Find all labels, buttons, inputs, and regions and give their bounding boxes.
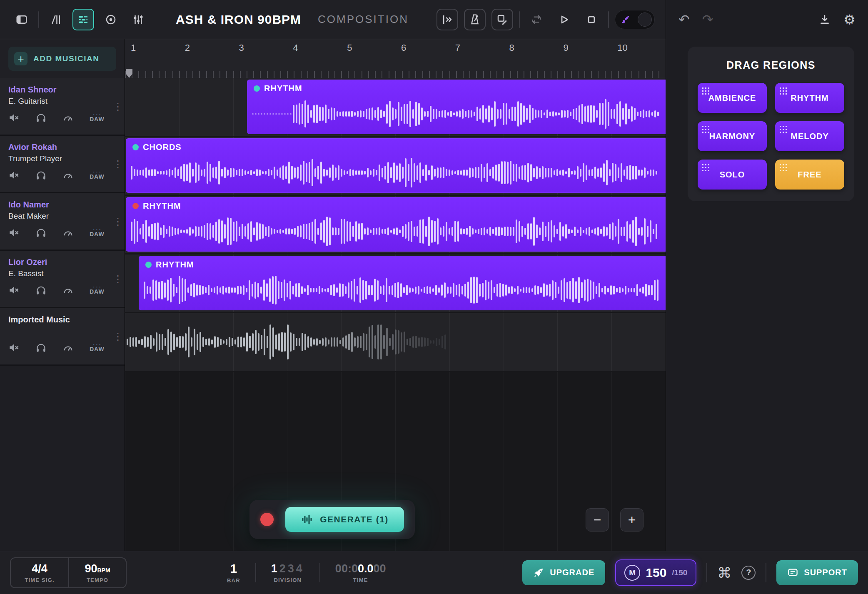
regions-panel-header: ↶ ↷ ⚙ [666,0,868,39]
undo-icon[interactable]: ↶ [678,13,690,26]
daw-export-icon[interactable]: DAW [90,228,105,237]
musician-controls: DAW [8,342,116,353]
stop-button[interactable] [581,9,602,30]
drag-handle-icon[interactable]: ⋮ [113,216,123,227]
record-button[interactable] [260,513,274,526]
drag-region-harmony[interactable]: HARMONY [698,121,767,151]
musicians-panel: + ADD MUSICIAN Idan Shneor E. Guitarist … [0,39,125,551]
drag-region-free[interactable]: FREE [775,160,844,190]
loop-playback-icon[interactable] [526,9,547,30]
solo-headphones-icon[interactable] [35,170,47,181]
track-lane: CHORDS [125,137,666,196]
audio-region-rhythm[interactable]: RHYTHM [126,197,666,252]
drag-region-melody[interactable]: MELODY [775,121,844,151]
project-title: ASH & IRON 90BPM [176,12,301,27]
drag-region-ambience[interactable]: AMBIENCE [698,83,767,113]
imported-waveform[interactable] [127,323,448,361]
divider [319,563,320,582]
gauge-icon[interactable] [62,227,74,238]
drag-handle-icon[interactable]: ⋮ [113,331,123,342]
time-signature-control[interactable]: 4/4 TIME SIG. [11,558,68,587]
track-lane-imported [125,313,666,372]
composition-label: COMPOSITION [318,13,409,26]
time-label: TIME [353,577,368,583]
midi-routing-icon[interactable] [436,9,458,30]
shortcuts-icon[interactable]: ⌘ [717,564,731,581]
chat-icon [787,567,798,578]
drag-handle-icon[interactable]: ⋮ [113,101,123,112]
zoom-in-button[interactable]: + [620,508,644,532]
sidebar-toggle-icon[interactable] [11,9,32,30]
divider [706,563,707,582]
gauge-icon[interactable] [62,342,74,353]
add-musician-label: ADD MUSICIAN [33,54,99,63]
musician-controls: DAW [8,227,116,238]
musician-name: Avior Rokah [8,142,116,152]
daw-export-icon[interactable]: DAW [90,286,105,295]
divider [608,11,609,28]
time-value: 00:00.000 [335,562,386,575]
signature-tempo-box: 4/4 TIME SIG. 90BPM TEMPO [10,557,127,588]
division-label: DIVISION [274,577,302,583]
generate-button[interactable]: GENERATE (1) [285,507,404,532]
drag-handle-icon[interactable]: ⋮ [113,273,123,285]
plus-icon: + [14,52,27,65]
support-button[interactable]: SUPPORT [776,560,858,585]
musician-card[interactable]: Avior Rokah Trumpet Player DAW ⋮ [0,136,125,193]
solo-headphones-icon[interactable] [35,285,47,296]
support-label: SUPPORT [804,568,847,577]
musician-card[interactable]: Ido Namer Beat Maker DAW ⋮ [0,193,125,251]
solo-headphones-icon[interactable] [35,227,47,238]
add-musician-button[interactable]: + ADD MUSICIAN [8,47,116,71]
musician-role [8,327,116,336]
drag-regions-title: DRAG REGIONS [698,59,844,71]
loop-circle-icon[interactable] [100,9,122,30]
musician-card[interactable]: Lior Ozeri E. Bassist DAW ⋮ [0,251,125,308]
waveform [131,157,661,188]
mute-icon[interactable] [8,342,20,353]
gauge-icon[interactable] [62,170,74,181]
drag-region-rhythm[interactable]: RHYTHM [775,83,844,113]
settings-gear-icon[interactable]: ⚙ [843,13,856,26]
drag-handle-icon[interactable]: ⋮ [113,158,123,170]
imported-music-card[interactable]: Imported Music DAW ⋮ [0,308,125,366]
solo-headphones-icon[interactable] [35,112,47,123]
tempo-control[interactable]: 90BPM TEMPO [68,558,126,587]
region-status-dot [132,144,139,150]
audio-region-rhythm[interactable]: RHYTHM [247,80,666,134]
mixer-settings-icon[interactable] [127,9,149,30]
mute-icon[interactable] [8,170,20,181]
solo-headphones-icon[interactable] [35,342,47,353]
quantize-edit-icon[interactable] [491,9,513,30]
audio-region-rhythm[interactable]: RHYTHM [139,256,666,310]
brush-icon [620,14,631,25]
m-badge: M [624,565,640,581]
rocket-icon [533,567,544,578]
mute-icon[interactable] [8,112,20,123]
daw-export-icon[interactable]: DAW [90,343,105,352]
musician-card[interactable]: Idan Shneor E. Guitarist DAW ⋮ [0,78,125,136]
arrangement-view-icon[interactable] [72,9,94,30]
redo-icon[interactable]: ↷ [702,13,713,26]
mute-icon[interactable] [8,285,20,296]
help-icon[interactable]: ? [741,566,756,580]
drag-region-solo[interactable]: SOLO [698,160,767,190]
bar-ruler[interactable]: 12345678910 [125,39,666,78]
gauge-icon[interactable] [62,285,74,296]
play-button[interactable] [553,9,575,30]
daw-export-icon[interactable]: DAW [90,171,105,180]
credits-pill[interactable]: M 150 /150 [615,559,696,586]
toggle-knob [638,12,652,27]
region-status-dot [254,85,260,92]
daw-export-icon[interactable]: DAW [90,113,105,122]
mute-icon[interactable] [8,227,20,238]
download-icon[interactable] [818,13,831,26]
gauge-icon[interactable] [62,112,74,123]
musician-name: Lior Ozeri [8,257,116,267]
zoom-out-button[interactable]: − [586,508,609,532]
audio-region-chords[interactable]: CHORDS [126,138,666,193]
paint-mode-toggle[interactable] [615,10,655,29]
piano-roll-view-icon[interactable] [45,9,67,30]
metronome-icon[interactable] [464,9,486,30]
upgrade-button[interactable]: UPGRADE [522,560,605,585]
